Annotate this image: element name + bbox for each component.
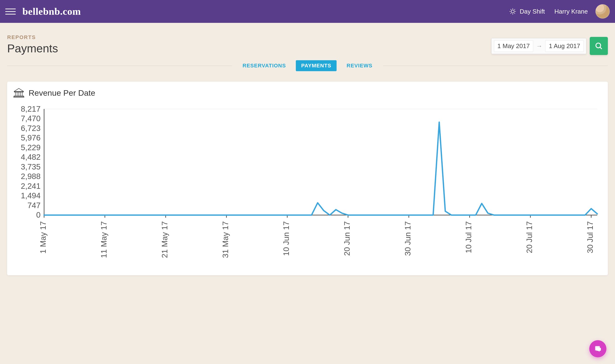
tab-reservations[interactable]: RESERVATIONS	[238, 60, 291, 71]
page-title: Payments	[7, 42, 58, 55]
tabs: RESERVATIONSPAYMENTSREVIEWS	[238, 60, 378, 71]
date-range-picker: 1 May 2017 → 1 Aug 2017	[491, 38, 587, 54]
svg-text:20 Jul 17: 20 Jul 17	[525, 221, 534, 253]
svg-text:30 Jul 17: 30 Jul 17	[586, 221, 595, 253]
sun-icon	[509, 8, 516, 15]
svg-text:6,723: 6,723	[21, 124, 41, 133]
svg-text:21 May 17: 21 May 17	[160, 221, 169, 258]
divider-left	[7, 66, 232, 66]
svg-text:10 Jun 17: 10 Jun 17	[282, 221, 291, 256]
brand-logo[interactable]: bellebnb.com	[22, 6, 81, 17]
card-head: Revenue Per Date	[13, 87, 602, 98]
app-header: bellebnb.com Day Shift Harry Krane	[0, 0, 615, 23]
card-title: Revenue Per Date	[28, 88, 95, 98]
page-head: REPORTS Payments 1 May 2017 → 1 Aug 2017	[0, 23, 615, 55]
svg-line-6	[514, 13, 515, 13]
svg-point-0	[511, 10, 514, 13]
date-to-input[interactable]: 1 Aug 2017	[545, 40, 584, 52]
menu-icon[interactable]	[5, 6, 16, 17]
chat-fab[interactable]	[589, 340, 606, 357]
svg-text:4,482: 4,482	[21, 153, 41, 161]
svg-text:5,976: 5,976	[21, 133, 41, 142]
date-search-controls: 1 May 2017 → 1 Aug 2017	[491, 37, 608, 55]
title-block: REPORTS Payments	[7, 34, 58, 55]
svg-text:20 Jun 17: 20 Jun 17	[343, 221, 351, 256]
svg-text:2,241: 2,241	[21, 182, 41, 190]
search-icon	[595, 42, 603, 50]
svg-point-9	[596, 43, 601, 48]
shift-label: Day Shift	[520, 8, 545, 15]
svg-text:11 May 17: 11 May 17	[99, 221, 108, 258]
tab-reviews[interactable]: REVIEWS	[341, 60, 377, 71]
bank-icon	[13, 87, 24, 98]
svg-text:747: 747	[28, 201, 41, 210]
shift-toggle[interactable]: Day Shift	[509, 8, 545, 15]
svg-marker-11	[14, 88, 24, 91]
svg-line-5	[511, 9, 511, 10]
divider-right	[383, 66, 608, 66]
chart-wrap: 07471,4942,2412,9883,7354,4825,2295,9766…	[13, 105, 602, 263]
svg-text:30 Jun 17: 30 Jun 17	[403, 221, 412, 256]
line-chart: 07471,4942,2412,9883,7354,4825,2295,9766…	[13, 105, 602, 263]
section-label: REPORTS	[7, 34, 58, 40]
date-from-input[interactable]: 1 May 2017	[494, 40, 533, 52]
svg-text:10 Jul 17: 10 Jul 17	[464, 221, 473, 253]
search-button[interactable]	[590, 37, 608, 55]
arrow-right-icon: →	[536, 42, 542, 50]
tab-payments[interactable]: PAYMENTS	[296, 60, 336, 71]
svg-text:5,229: 5,229	[21, 143, 41, 152]
svg-text:0: 0	[36, 210, 41, 219]
chart-card: Revenue Per Date 07471,4942,2412,9883,73…	[7, 82, 608, 275]
svg-text:31 May 17: 31 May 17	[221, 221, 230, 258]
chat-icon	[594, 345, 602, 353]
svg-line-8	[514, 9, 515, 10]
user-name[interactable]: Harry Krane	[554, 8, 588, 15]
svg-text:8,217: 8,217	[21, 105, 41, 113]
svg-text:2,988: 2,988	[21, 172, 41, 181]
svg-text:3,735: 3,735	[21, 162, 41, 171]
svg-line-7	[511, 13, 511, 13]
avatar[interactable]	[595, 4, 610, 19]
svg-text:7,470: 7,470	[21, 114, 41, 123]
svg-text:1,494: 1,494	[21, 191, 41, 200]
svg-text:1 May 17: 1 May 17	[39, 221, 47, 254]
svg-line-10	[600, 47, 602, 49]
tabs-row: RESERVATIONSPAYMENTSREVIEWS	[0, 60, 615, 71]
svg-rect-19	[14, 97, 24, 97]
